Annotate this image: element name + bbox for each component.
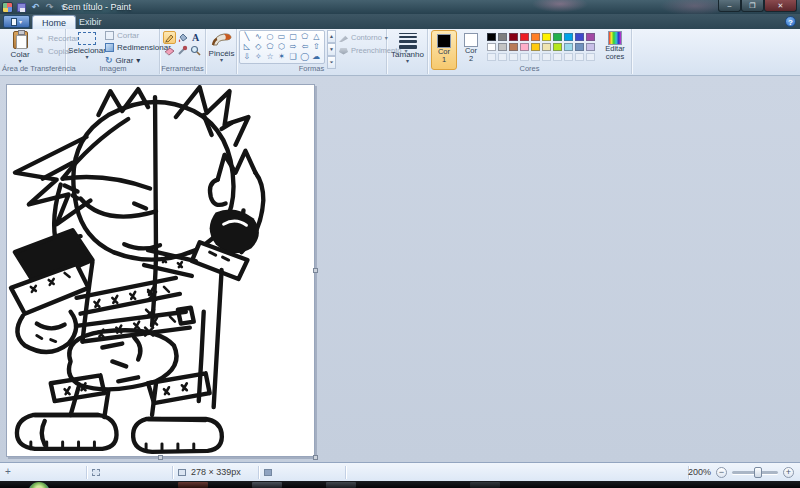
text-tool-button[interactable]: A <box>189 31 202 44</box>
redo-button[interactable]: ↷ <box>44 2 55 13</box>
pencil-tool-button[interactable] <box>163 31 176 44</box>
taskbar-app-button[interactable] <box>252 482 282 488</box>
palette-color-brown[interactable] <box>508 42 519 52</box>
shape-cloud-callout[interactable]: ☁ <box>311 52 323 62</box>
palette-color-black[interactable] <box>486 32 497 42</box>
shape-hexagon[interactable]: ⬡ <box>276 42 288 52</box>
crop-button[interactable]: Cortar <box>105 31 139 40</box>
window-title: Sem título - Paint <box>62 2 131 12</box>
drawing-canvas[interactable] <box>6 84 315 457</box>
palette-color-gray-25[interactable] <box>497 42 508 52</box>
palette-empty-well[interactable] <box>563 52 574 62</box>
palette-color-red[interactable] <box>519 32 530 42</box>
shapes-scroll-up-icon[interactable]: ▲ <box>327 30 336 43</box>
taskbar-app-button[interactable] <box>470 482 500 488</box>
size-button[interactable]: Tamanho ▾ <box>391 31 424 64</box>
shape-diamond[interactable]: ◇ <box>253 42 265 52</box>
zoom-slider-thumb[interactable] <box>754 467 762 478</box>
tab-view[interactable]: Exibir <box>70 15 111 29</box>
taskbar-app-button[interactable] <box>326 482 356 488</box>
zoom-slider[interactable] <box>732 471 778 474</box>
shape-down-arrow[interactable]: ⇩ <box>241 52 253 62</box>
palette-color-lavender[interactable] <box>585 42 596 52</box>
minimize-button[interactable]: – <box>718 0 741 12</box>
palette-color-indigo[interactable] <box>574 32 585 42</box>
outline-pen-icon <box>339 33 348 42</box>
shape-oval[interactable]: ○ <box>264 32 276 42</box>
palette-empty-well[interactable] <box>508 52 519 62</box>
palette-color-gray-50[interactable] <box>497 32 508 42</box>
shape-rounded-callout[interactable]: ❑ <box>287 52 299 62</box>
help-button[interactable]: ? <box>785 16 796 27</box>
fill-bucket-icon <box>177 32 188 43</box>
group-size: Tamanho ▾ <box>387 29 428 74</box>
palette-empty-well[interactable] <box>519 52 530 62</box>
close-button[interactable]: ✕ <box>764 0 797 12</box>
canvas-resize-handle-corner[interactable] <box>313 455 318 460</box>
selection-size-icon <box>92 469 100 476</box>
shape-five-point-star[interactable]: ☆ <box>264 52 276 62</box>
zoom-in-button[interactable]: + <box>783 467 794 478</box>
maximize-button[interactable]: ❐ <box>741 0 764 12</box>
shape-pentagon[interactable]: ⬠ <box>264 42 276 52</box>
shape-left-arrow[interactable]: ⇦ <box>299 42 311 52</box>
edit-colors-button[interactable]: Editar cores <box>600 31 630 61</box>
palette-color-white[interactable] <box>486 42 497 52</box>
shape-outline-button[interactable]: Contorno ▾ <box>339 33 388 42</box>
palette-empty-well[interactable] <box>497 52 508 62</box>
palette-color-yellow[interactable] <box>541 32 552 42</box>
magnifier-tool-button[interactable] <box>189 44 202 57</box>
palette-color-dark-red[interactable] <box>508 32 519 42</box>
shape-line[interactable]: ╲ <box>241 32 253 42</box>
palette-color-gold[interactable] <box>530 42 541 52</box>
shape-triangle[interactable]: △ <box>311 32 323 42</box>
shape-oval-callout[interactable]: ◯ <box>299 52 311 62</box>
group-brushes: Pincéis ▾ <box>206 29 237 74</box>
shape-six-point-star[interactable]: ✶ <box>276 52 288 62</box>
shape-right-triangle[interactable]: ◺ <box>241 42 253 52</box>
palette-color-orange[interactable] <box>530 32 541 42</box>
paint-app-icon[interactable] <box>2 2 13 13</box>
disk-size-icon <box>264 469 272 476</box>
palette-color-green[interactable] <box>552 32 563 42</box>
palette-color-light-turquoise[interactable] <box>563 42 574 52</box>
shapes-scroll-down-icon[interactable]: ▼ <box>327 43 336 56</box>
paste-button[interactable]: Colar ▾ <box>8 31 32 64</box>
palette-color-lime[interactable] <box>552 42 563 52</box>
undo-button[interactable]: ↶ <box>30 2 41 13</box>
application-menu-button[interactable]: ▾ <box>3 15 30 28</box>
palette-empty-well[interactable] <box>585 52 596 62</box>
palette-color-light-yellow[interactable] <box>541 42 552 52</box>
palette-empty-well[interactable] <box>530 52 541 62</box>
palette-color-blue-gray[interactable] <box>574 42 585 52</box>
shape-polygon[interactable]: ⬠ <box>299 32 311 42</box>
zoom-out-button[interactable]: − <box>716 467 727 478</box>
select-button[interactable]: Selecionar ▾ <box>71 32 103 60</box>
palette-empty-well[interactable] <box>552 52 563 62</box>
taskbar-app-button[interactable] <box>178 482 208 488</box>
eraser-tool-button[interactable] <box>163 44 176 57</box>
brushes-button[interactable]: Pincéis ▾ <box>209 31 234 63</box>
fill-tool-button[interactable] <box>176 31 189 44</box>
shape-curve[interactable]: ∿ <box>253 32 265 42</box>
save-button[interactable] <box>16 2 27 13</box>
palette-color-rose[interactable] <box>519 42 530 52</box>
shape-right-arrow[interactable]: ⇨ <box>287 42 299 52</box>
chevron-down-icon: ▾ <box>85 55 88 60</box>
palette-empty-well[interactable] <box>574 52 585 62</box>
shape-up-arrow[interactable]: ⇧ <box>311 42 323 52</box>
shape-rectangle[interactable]: ▭ <box>276 32 288 42</box>
shape-four-point-star[interactable]: ✧ <box>253 52 265 62</box>
shapes-grid: ╲∿○▭▢⬠△◺◇⬠⬡⇨⇦⇧⇩✧☆✶❑◯☁ <box>239 30 325 64</box>
shape-rounded-rectangle[interactable]: ▢ <box>287 32 299 42</box>
palette-color-turquoise[interactable] <box>563 32 574 42</box>
palette-empty-well[interactable] <box>541 52 552 62</box>
palette-empty-well[interactable] <box>486 52 497 62</box>
group-label-shapes: Formas <box>237 64 386 73</box>
group-shapes: ╲∿○▭▢⬠△◺◇⬠⬡⇨⇦⇧⇩✧☆✶❑◯☁ ▲ ▼ ⏷ Contorno ▾ P… <box>237 29 387 74</box>
color-picker-tool-button[interactable] <box>176 44 189 57</box>
palette-color-purple[interactable] <box>585 32 596 42</box>
start-button[interactable] <box>28 482 50 488</box>
canvas-resize-handle-right[interactable] <box>313 268 318 273</box>
canvas-resize-handle-bottom[interactable] <box>158 455 163 460</box>
